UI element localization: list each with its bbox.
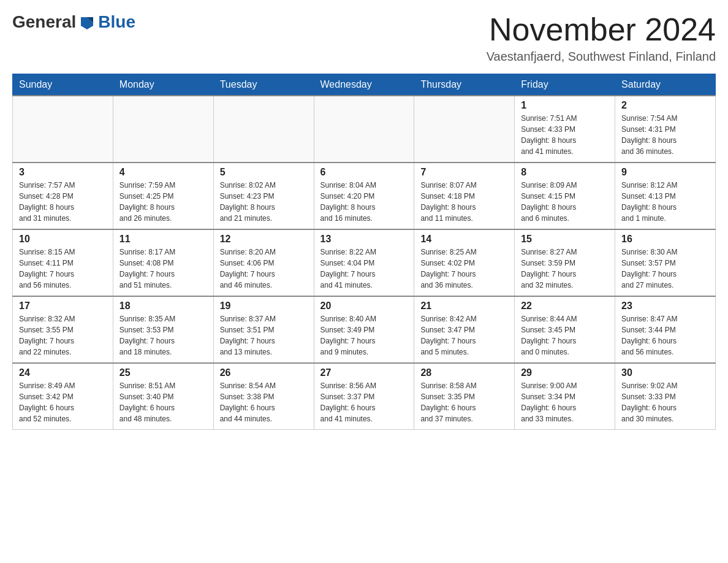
day-info: Sunrise: 8:35 AM Sunset: 3:53 PM Dayligh… [119, 313, 207, 358]
day-number: 15 [521, 234, 609, 245]
day-number: 14 [420, 234, 508, 245]
calendar-cell: 15Sunrise: 8:27 AM Sunset: 3:59 PM Dayli… [515, 229, 615, 296]
day-info: Sunrise: 7:51 AM Sunset: 4:33 PM Dayligh… [521, 113, 609, 157]
calendar-cell: 13Sunrise: 8:22 AM Sunset: 4:04 PM Dayli… [314, 229, 414, 296]
weekday-header-saturday: Saturday [615, 74, 716, 96]
calendar-cell [213, 96, 314, 163]
calendar-cell: 29Sunrise: 9:00 AM Sunset: 3:34 PM Dayli… [515, 363, 615, 430]
day-info: Sunrise: 8:49 AM Sunset: 3:42 PM Dayligh… [19, 380, 107, 424]
logo: General Blue [12, 12, 135, 32]
day-number: 27 [320, 367, 408, 378]
location-subtitle: Vaestanfjaerd, Southwest Finland, Finlan… [487, 50, 716, 64]
week-row-5: 24Sunrise: 8:49 AM Sunset: 3:42 PM Dayli… [13, 363, 716, 430]
day-info: Sunrise: 8:20 AM Sunset: 4:06 PM Dayligh… [220, 247, 308, 291]
week-row-2: 3Sunrise: 7:57 AM Sunset: 4:28 PM Daylig… [13, 163, 716, 229]
day-info: Sunrise: 9:02 AM Sunset: 3:33 PM Dayligh… [621, 380, 709, 424]
day-info: Sunrise: 8:12 AM Sunset: 4:13 PM Dayligh… [621, 180, 709, 224]
day-number: 22 [521, 301, 609, 312]
weekday-header-row: SundayMondayTuesdayWednesdayThursdayFrid… [13, 74, 716, 96]
day-number: 21 [420, 301, 508, 312]
weekday-header-wednesday: Wednesday [314, 74, 414, 96]
calendar-cell: 22Sunrise: 8:44 AM Sunset: 3:45 PM Dayli… [515, 296, 615, 363]
calendar-cell: 14Sunrise: 8:25 AM Sunset: 4:02 PM Dayli… [414, 229, 515, 296]
calendar-cell: 30Sunrise: 9:02 AM Sunset: 3:33 PM Dayli… [615, 363, 716, 430]
logo-general-text: General [12, 12, 76, 32]
weekday-header-monday: Monday [113, 74, 213, 96]
logo-blue-text: Blue [98, 12, 135, 32]
calendar-cell: 28Sunrise: 8:58 AM Sunset: 3:35 PM Dayli… [414, 363, 515, 430]
calendar-table: SundayMondayTuesdayWednesdayThursdayFrid… [12, 74, 716, 430]
month-title: November 2024 [487, 12, 716, 47]
calendar-cell: 8Sunrise: 8:09 AM Sunset: 4:15 PM Daylig… [515, 163, 615, 229]
day-info: Sunrise: 8:07 AM Sunset: 4:18 PM Dayligh… [420, 180, 508, 224]
calendar-cell [13, 96, 113, 163]
day-info: Sunrise: 8:40 AM Sunset: 3:49 PM Dayligh… [320, 313, 408, 358]
day-number: 24 [19, 367, 107, 378]
calendar-cell: 25Sunrise: 8:51 AM Sunset: 3:40 PM Dayli… [113, 363, 213, 430]
calendar-cell: 21Sunrise: 8:42 AM Sunset: 3:47 PM Dayli… [414, 296, 515, 363]
day-number: 26 [220, 367, 308, 378]
calendar-cell [314, 96, 414, 163]
calendar-cell: 20Sunrise: 8:40 AM Sunset: 3:49 PM Dayli… [314, 296, 414, 363]
calendar-cell: 24Sunrise: 8:49 AM Sunset: 3:42 PM Dayli… [13, 363, 113, 430]
weekday-header-thursday: Thursday [414, 74, 515, 96]
day-number: 8 [521, 167, 609, 178]
day-number: 16 [621, 234, 709, 245]
day-info: Sunrise: 7:57 AM Sunset: 4:28 PM Dayligh… [19, 180, 107, 224]
page-header: General Blue November 2024 Vaestanfjaerd… [12, 12, 716, 64]
day-info: Sunrise: 8:44 AM Sunset: 3:45 PM Dayligh… [521, 313, 609, 358]
calendar-cell: 9Sunrise: 8:12 AM Sunset: 4:13 PM Daylig… [615, 163, 716, 229]
day-info: Sunrise: 9:00 AM Sunset: 3:34 PM Dayligh… [521, 380, 609, 424]
day-info: Sunrise: 8:17 AM Sunset: 4:08 PM Dayligh… [119, 247, 207, 291]
day-number: 17 [19, 301, 107, 312]
day-info: Sunrise: 8:15 AM Sunset: 4:11 PM Dayligh… [19, 247, 107, 291]
day-number: 5 [220, 167, 308, 178]
day-info: Sunrise: 8:56 AM Sunset: 3:37 PM Dayligh… [320, 380, 408, 424]
day-info: Sunrise: 8:09 AM Sunset: 4:15 PM Dayligh… [521, 180, 609, 224]
day-info: Sunrise: 8:54 AM Sunset: 3:38 PM Dayligh… [220, 380, 308, 424]
day-number: 19 [220, 301, 308, 312]
calendar-cell: 12Sunrise: 8:20 AM Sunset: 4:06 PM Dayli… [213, 229, 314, 296]
day-info: Sunrise: 8:02 AM Sunset: 4:23 PM Dayligh… [220, 180, 308, 224]
logo-icon [77, 12, 97, 32]
title-area: November 2024 Vaestanfjaerd, Southwest F… [487, 12, 716, 64]
week-row-1: 1Sunrise: 7:51 AM Sunset: 4:33 PM Daylig… [13, 96, 716, 163]
calendar-cell: 19Sunrise: 8:37 AM Sunset: 3:51 PM Dayli… [213, 296, 314, 363]
calendar-cell: 17Sunrise: 8:32 AM Sunset: 3:55 PM Dayli… [13, 296, 113, 363]
day-info: Sunrise: 8:42 AM Sunset: 3:47 PM Dayligh… [420, 313, 508, 358]
day-number: 11 [119, 234, 207, 245]
calendar-cell [113, 96, 213, 163]
day-info: Sunrise: 8:32 AM Sunset: 3:55 PM Dayligh… [19, 313, 107, 358]
day-number: 4 [119, 167, 207, 178]
day-number: 30 [621, 367, 709, 378]
day-number: 20 [320, 301, 408, 312]
calendar-cell: 5Sunrise: 8:02 AM Sunset: 4:23 PM Daylig… [213, 163, 314, 229]
calendar-cell: 2Sunrise: 7:54 AM Sunset: 4:31 PM Daylig… [615, 96, 716, 163]
calendar-cell: 4Sunrise: 7:59 AM Sunset: 4:25 PM Daylig… [113, 163, 213, 229]
calendar-cell: 16Sunrise: 8:30 AM Sunset: 3:57 PM Dayli… [615, 229, 716, 296]
weekday-header-tuesday: Tuesday [213, 74, 314, 96]
day-number: 1 [521, 100, 609, 111]
day-info: Sunrise: 7:54 AM Sunset: 4:31 PM Dayligh… [621, 113, 709, 157]
day-info: Sunrise: 8:27 AM Sunset: 3:59 PM Dayligh… [521, 247, 609, 291]
calendar-cell: 27Sunrise: 8:56 AM Sunset: 3:37 PM Dayli… [314, 363, 414, 430]
day-number: 25 [119, 367, 207, 378]
week-row-3: 10Sunrise: 8:15 AM Sunset: 4:11 PM Dayli… [13, 229, 716, 296]
calendar-cell: 18Sunrise: 8:35 AM Sunset: 3:53 PM Dayli… [113, 296, 213, 363]
weekday-header-sunday: Sunday [13, 74, 113, 96]
day-info: Sunrise: 8:25 AM Sunset: 4:02 PM Dayligh… [420, 247, 508, 291]
day-number: 7 [420, 167, 508, 178]
day-number: 29 [521, 367, 609, 378]
day-info: Sunrise: 8:22 AM Sunset: 4:04 PM Dayligh… [320, 247, 408, 291]
calendar-cell: 6Sunrise: 8:04 AM Sunset: 4:20 PM Daylig… [314, 163, 414, 229]
day-info: Sunrise: 8:37 AM Sunset: 3:51 PM Dayligh… [220, 313, 308, 358]
day-number: 23 [621, 301, 709, 312]
day-number: 28 [420, 367, 508, 378]
calendar-cell: 1Sunrise: 7:51 AM Sunset: 4:33 PM Daylig… [515, 96, 615, 163]
day-info: Sunrise: 8:04 AM Sunset: 4:20 PM Dayligh… [320, 180, 408, 224]
day-number: 10 [19, 234, 107, 245]
calendar-cell: 7Sunrise: 8:07 AM Sunset: 4:18 PM Daylig… [414, 163, 515, 229]
day-info: Sunrise: 8:51 AM Sunset: 3:40 PM Dayligh… [119, 380, 207, 424]
day-info: Sunrise: 8:58 AM Sunset: 3:35 PM Dayligh… [420, 380, 508, 424]
day-number: 6 [320, 167, 408, 178]
